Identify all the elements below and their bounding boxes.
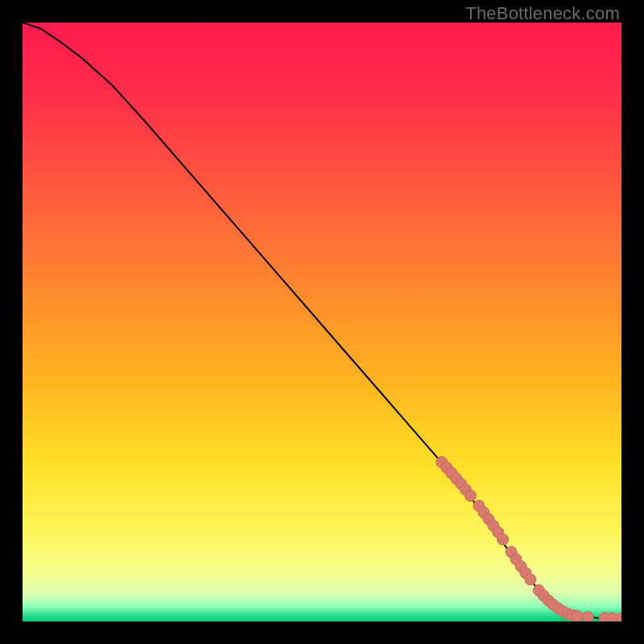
gradient-background bbox=[23, 23, 621, 621]
watermark-text: TheBottleneck.com bbox=[465, 3, 620, 24]
bottleneck-chart bbox=[23, 23, 621, 621]
curve-marker bbox=[465, 490, 477, 502]
chart-frame bbox=[23, 23, 621, 621]
curve-marker bbox=[572, 610, 583, 621]
curve-marker bbox=[525, 574, 536, 585]
curve-marker bbox=[582, 612, 593, 621]
curve-marker bbox=[497, 534, 509, 545]
